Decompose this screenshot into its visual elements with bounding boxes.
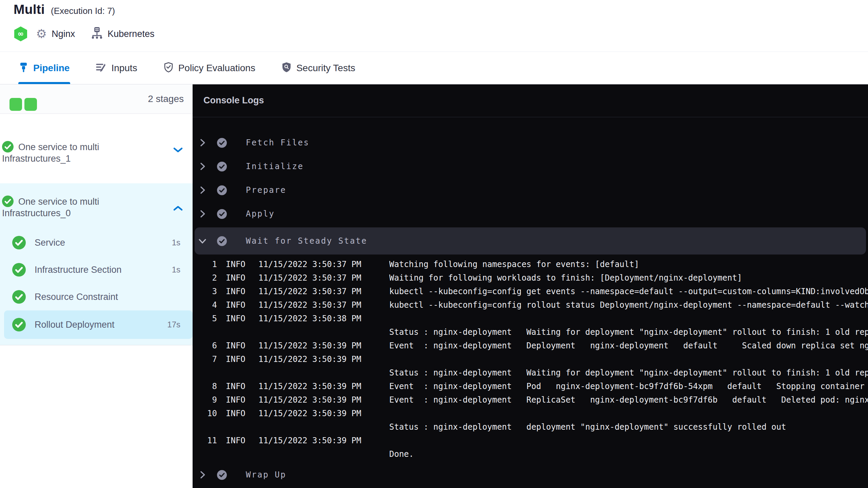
stage-status-square-1[interactable] bbox=[9, 98, 22, 111]
log-message: Status : nginx-deployment Waiting for de… bbox=[193, 368, 868, 378]
log-line-number: 9 bbox=[193, 395, 217, 405]
step-name: Infrastructure Section bbox=[35, 265, 122, 275]
stage-name: One service to multi Infrastructures_0 bbox=[0, 183, 158, 219]
log-line: 1INFO11/15/2022 3:50:37 PMWatching follo… bbox=[193, 258, 868, 271]
success-check-icon bbox=[217, 209, 227, 219]
log-timestamp: 11/15/2022 3:50:37 PM bbox=[258, 273, 364, 283]
log-line: 8INFO11/15/2022 3:50:39 PMEvent : nginx-… bbox=[193, 380, 868, 393]
tab-pipeline-label: Pipeline bbox=[33, 63, 70, 74]
log-line: 2INFO11/15/2022 3:50:37 PMWaiting for fo… bbox=[193, 271, 868, 285]
success-check-icon bbox=[2, 196, 14, 207]
log-timestamp: 11/15/2022 3:50:37 PM bbox=[258, 287, 364, 296]
step-row[interactable]: Infrastructure Section1s bbox=[0, 256, 193, 283]
chevron-right-icon[interactable] bbox=[198, 209, 207, 218]
step-duration: 1s bbox=[172, 238, 180, 247]
harness-stage-icon: ∞ bbox=[14, 26, 28, 42]
page-header: Multi (Execution Id: 7) ∞ ⚙ Nginx bbox=[0, 0, 868, 52]
success-check-icon bbox=[2, 141, 14, 152]
chevron-right-icon[interactable] bbox=[198, 138, 207, 147]
console-step-label: Wrap Up bbox=[246, 470, 286, 480]
chevron-up-icon[interactable] bbox=[173, 204, 183, 212]
tab-inputs[interactable]: Inputs bbox=[95, 52, 138, 84]
inputs-icon bbox=[96, 62, 106, 74]
tab-pipeline[interactable]: Pipeline bbox=[18, 52, 70, 84]
tab-bar: Pipeline Inputs bbox=[0, 52, 868, 84]
log-level: INFO bbox=[226, 409, 248, 418]
stage-count-label: 2 stages bbox=[148, 84, 184, 114]
log-message: Waiting for following workloads to finis… bbox=[389, 273, 742, 283]
log-message: Status : nginx-deployment deployment "ng… bbox=[193, 422, 786, 432]
policy-shield-check-icon bbox=[164, 62, 173, 74]
tab-security-tests-label: Security Tests bbox=[296, 63, 355, 74]
tab-inputs-label: Inputs bbox=[111, 63, 137, 74]
steps-list: Service1sInfrastructure Section1sResourc… bbox=[0, 229, 193, 345]
title-row: Multi (Execution Id: 7) bbox=[14, 2, 115, 17]
log-line-number: 11 bbox=[193, 436, 217, 445]
log-level: INFO bbox=[226, 287, 248, 296]
console-step-wrap-up[interactable]: Wrap Up bbox=[193, 463, 868, 487]
log-level: INFO bbox=[226, 314, 248, 323]
tab-policy-evaluations[interactable]: Policy Evaluations bbox=[163, 52, 256, 84]
step-row[interactable]: Service1s bbox=[0, 229, 193, 256]
console-step-fetch-files[interactable]: Fetch Files bbox=[193, 131, 868, 155]
stages-summary-bar: 2 stages bbox=[0, 84, 193, 114]
step-name: Service bbox=[35, 238, 65, 248]
log-timestamp: 11/15/2022 3:50:39 PM bbox=[258, 354, 364, 364]
step-name: Resource Constraint bbox=[35, 292, 118, 302]
console-step-apply[interactable]: Apply bbox=[193, 202, 868, 226]
log-line: 7INFO11/15/2022 3:50:39 PM bbox=[193, 352, 868, 366]
step-row[interactable]: Rollout Deployment17s bbox=[4, 310, 193, 339]
console-step-label: Apply bbox=[246, 209, 275, 219]
step-duration: 17s bbox=[167, 320, 180, 329]
stages-sidebar: 2 stages One service to multi Infrastruc… bbox=[0, 84, 193, 488]
stage-status-square-2[interactable] bbox=[24, 98, 37, 111]
chevron-right-icon[interactable] bbox=[198, 470, 207, 479]
log-level: INFO bbox=[226, 341, 248, 350]
console-step-prepare[interactable]: Prepare bbox=[193, 178, 868, 202]
success-check-icon bbox=[217, 138, 227, 148]
log-timestamp: 11/15/2022 3:50:37 PM bbox=[258, 300, 364, 310]
step-duration: 1s bbox=[172, 265, 180, 274]
console-step-wait-for-steady-state[interactable]: Wait for Steady State bbox=[195, 227, 866, 255]
console-title: Console Logs bbox=[203, 95, 264, 106]
stage-row-infrastructures-0[interactable]: One service to multi Infrastructures_0 bbox=[0, 183, 193, 229]
step-name: Rollout Deployment bbox=[35, 320, 115, 330]
log-message: Event : nginx-deployment Pod nginx-deplo… bbox=[389, 382, 868, 391]
log-timestamp: 11/15/2022 3:50:39 PM bbox=[258, 341, 364, 350]
log-timestamp: 11/15/2022 3:50:39 PM bbox=[258, 409, 364, 418]
log-message: kubectl --kubeconfig=config rollout stat… bbox=[389, 300, 868, 310]
tab-policy-evaluations-label: Policy Evaluations bbox=[178, 63, 255, 74]
log-message: kubectl --kubeconfig=config get events -… bbox=[389, 287, 868, 296]
log-line: 11INFO11/15/2022 3:50:39 PM bbox=[193, 434, 868, 447]
console-step-label: Fetch Files bbox=[246, 138, 310, 147]
console-step-initialize[interactable]: Initialize bbox=[193, 155, 868, 178]
log-timestamp: 11/15/2022 3:50:39 PM bbox=[258, 395, 364, 405]
console-step-label: Prepare bbox=[246, 185, 286, 195]
service-name: Nginx bbox=[52, 29, 75, 39]
console-panel: Console Logs Fetch Files Initialize Prep… bbox=[193, 84, 868, 488]
log-message: Status : nginx-deployment Waiting for de… bbox=[193, 327, 868, 337]
console-log-list: 1INFO11/15/2022 3:50:37 PMWatching follo… bbox=[193, 256, 868, 463]
kubernetes-infrastructure-icon bbox=[91, 26, 103, 41]
log-line-number: 7 bbox=[193, 354, 217, 364]
log-line-number: 3 bbox=[193, 287, 217, 296]
log-line-number: 5 bbox=[193, 314, 217, 323]
log-level: INFO bbox=[226, 354, 248, 364]
step-row[interactable]: Resource Constraint bbox=[0, 283, 193, 310]
pipeline-execution-page: Multi (Execution Id: 7) ∞ ⚙ Nginx bbox=[0, 0, 868, 488]
tab-security-tests[interactable]: Security Tests bbox=[281, 52, 356, 84]
success-check-icon bbox=[12, 318, 26, 331]
security-shield-scan-icon bbox=[282, 62, 291, 74]
chevron-right-icon[interactable] bbox=[198, 186, 207, 195]
success-check-icon bbox=[217, 185, 227, 195]
svg-text:∞: ∞ bbox=[18, 29, 24, 38]
chevron-down-icon[interactable] bbox=[198, 237, 207, 245]
chevron-down-icon[interactable] bbox=[173, 146, 183, 154]
log-line-number: 8 bbox=[193, 382, 217, 391]
chevron-right-icon[interactable] bbox=[198, 162, 207, 171]
page-title: Multi bbox=[14, 2, 45, 17]
stage-name: One service to multi Infrastructures_1 bbox=[0, 114, 158, 164]
console-body: Fetch Files Initialize Prepare Apply bbox=[193, 117, 868, 487]
stage-row-infrastructures-1[interactable]: One service to multi Infrastructures_1 bbox=[0, 114, 193, 183]
console-step-label: Wait for Steady State bbox=[246, 236, 367, 246]
